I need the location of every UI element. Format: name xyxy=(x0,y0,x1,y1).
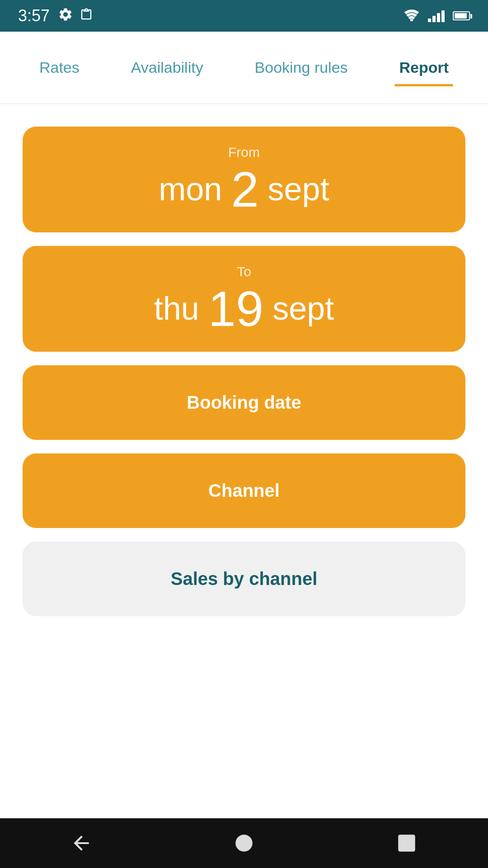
bottom-nav xyxy=(0,818,488,868)
from-date-day: mon xyxy=(159,171,222,207)
booking-date-label: Booking date xyxy=(187,392,301,413)
tab-booking-rules[interactable]: Booking rules xyxy=(250,50,352,85)
status-left: 3:57 xyxy=(18,6,93,25)
nav-tabs: Rates Availability Booking rules Report xyxy=(0,32,488,104)
sales-by-channel-label: Sales by channel xyxy=(171,569,318,589)
tab-availability[interactable]: Availability xyxy=(127,50,208,85)
status-time: 3:57 xyxy=(18,6,50,25)
sales-by-channel-button[interactable]: Sales by channel xyxy=(23,542,465,616)
from-date-button[interactable]: From mon 2 sept xyxy=(23,127,465,232)
signal-icon xyxy=(428,9,445,22)
from-date-month: sept xyxy=(268,171,329,207)
from-date-value: mon 2 sept xyxy=(159,165,329,214)
booking-date-button[interactable]: Booking date xyxy=(23,365,465,440)
tab-report[interactable]: Report xyxy=(394,50,453,85)
status-right xyxy=(404,9,470,23)
to-date-month: sept xyxy=(272,291,334,326)
from-date-number: 2 xyxy=(231,165,258,214)
main-content: From mon 2 sept To thu 19 sept Booking d… xyxy=(0,104,488,616)
battery-icon xyxy=(453,11,470,20)
tab-rates[interactable]: Rates xyxy=(35,50,84,85)
wifi-icon xyxy=(404,9,420,23)
settings-icon xyxy=(58,7,73,25)
svg-point-0 xyxy=(410,19,413,21)
back-button[interactable] xyxy=(63,825,99,861)
to-date-button[interactable]: To thu 19 sept xyxy=(23,246,465,352)
home-button[interactable] xyxy=(226,825,262,861)
svg-rect-2 xyxy=(398,835,415,852)
to-date-number: 19 xyxy=(208,284,263,334)
status-icons xyxy=(58,7,93,25)
channel-label: Channel xyxy=(208,481,280,501)
to-date-label: To xyxy=(237,264,251,279)
recents-button[interactable] xyxy=(389,825,425,861)
svg-point-1 xyxy=(235,835,253,852)
channel-button[interactable]: Channel xyxy=(23,453,465,528)
to-date-value: thu 19 sept xyxy=(154,284,334,334)
status-bar: 3:57 xyxy=(0,0,488,32)
from-date-label: From xyxy=(228,145,260,160)
clipboard-icon xyxy=(80,7,93,25)
to-date-day: thu xyxy=(154,291,199,326)
